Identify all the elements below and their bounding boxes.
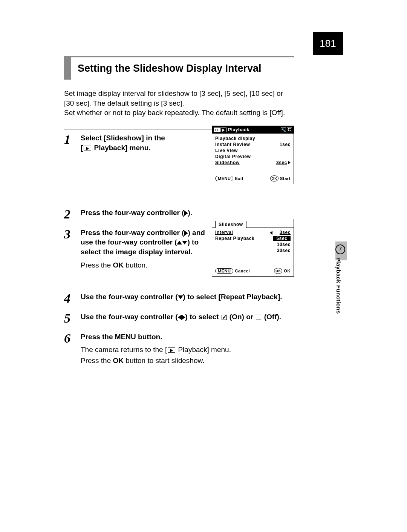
value-highlighted: 5sec xyxy=(273,236,291,241)
left-arrow-icon xyxy=(178,315,182,320)
intro-line-1: Set image display interval for slideshow… xyxy=(64,89,294,108)
label: Interval xyxy=(215,230,269,235)
text: Press the xyxy=(81,261,113,269)
custom-icon: C xyxy=(287,128,292,132)
menu-item-selected: Slideshow3sec xyxy=(215,160,291,166)
screen-footer: MENUExit OKStart xyxy=(212,173,294,184)
camera-icon xyxy=(214,128,220,132)
step-number: 1 xyxy=(64,133,81,201)
right-arrow-icon xyxy=(288,161,291,165)
text: button to start slideshow. xyxy=(124,357,204,364)
intro-line-2: Set whether or not to play back repeated… xyxy=(64,108,294,118)
ok-label: OK xyxy=(113,261,124,269)
text: Playback] menu. xyxy=(176,346,231,354)
step-4-instruction: Use the four-way controller () to select… xyxy=(81,292,294,302)
step-2-instruction: Press the four-way controller (). xyxy=(81,208,294,218)
value: 1sec xyxy=(280,142,291,147)
label: Slideshow xyxy=(215,160,240,165)
footer-left-text: Exit xyxy=(235,176,243,181)
text: [ xyxy=(81,144,83,152)
footer-right-text: OK xyxy=(284,269,291,273)
side-tab: 7 Playback Functions xyxy=(335,244,347,314)
text: ) to select xyxy=(185,313,221,321)
right-arrow-icon xyxy=(182,315,185,320)
submenu-row: Repeat Playback 5sec xyxy=(215,235,291,241)
step-1-instruction: Select [Slideshow] in the [ Playback] me… xyxy=(81,133,201,152)
menu-label: MENU xyxy=(115,333,136,341)
down-arrow-icon xyxy=(178,295,183,299)
text: (Off). xyxy=(262,313,281,321)
step-number: 4 xyxy=(64,292,81,306)
step-6: 6 Press the MENU button. The camera retu… xyxy=(64,328,294,366)
page-content: Setting the Slideshow Display Interval S… xyxy=(64,56,294,366)
text: Use the four-way controller ( xyxy=(81,293,178,301)
screen-title: Playback xyxy=(228,127,249,132)
text: Press the xyxy=(81,333,115,341)
text: Press the four-way controller ( xyxy=(81,209,184,217)
step-number: 5 xyxy=(64,312,81,326)
menu-item: Instant Review1sec xyxy=(215,141,291,148)
text: Press the xyxy=(81,357,113,364)
label: Live View xyxy=(215,148,238,153)
text: ). xyxy=(188,209,193,217)
text: (On) or xyxy=(228,313,256,321)
screen-footer: MENUCancel OKOK xyxy=(212,266,294,276)
ok-label: OK xyxy=(113,357,124,364)
step-5-instruction: Use the four-way controller () to select… xyxy=(81,312,294,322)
menu-item: Digital Preview xyxy=(215,154,291,160)
text: Press the four-way controller ( xyxy=(81,229,184,237)
checkbox-off-icon xyxy=(256,315,261,320)
label: Digital Preview xyxy=(215,154,251,159)
tab-label: Slideshow xyxy=(215,221,246,228)
chapter-title: Playback Functions xyxy=(335,257,342,314)
right-arrow-icon xyxy=(184,211,188,216)
screen-body: Playback display Instant Review1sec Live… xyxy=(212,134,294,173)
step-3-instruction: Press the four-way controller () and use… xyxy=(81,228,205,257)
text: button. xyxy=(136,333,162,341)
screen-body: Interval 3sec Repeat Playback 5sec 10sec… xyxy=(212,228,294,266)
ok-button-label: OK xyxy=(274,268,282,274)
menu-item: Live View xyxy=(215,148,291,154)
screen-tab: Slideshow xyxy=(212,219,294,228)
text: Select [Slideshow] in the xyxy=(81,134,165,142)
step-6-instruction: Press the MENU button. xyxy=(81,332,294,342)
label: Playback display xyxy=(215,136,255,141)
text: button. xyxy=(124,261,147,269)
value: 10sec xyxy=(273,242,291,247)
submenu-row-selected: Interval 3sec xyxy=(215,229,291,235)
right-arrow-icon xyxy=(184,231,188,236)
playback-icon xyxy=(84,146,91,151)
playback-icon xyxy=(168,347,175,353)
step-5: 5 Use the four-way controller () to sele… xyxy=(64,308,294,326)
wrench-icon: 🔧 xyxy=(281,128,286,132)
footer-left-text: Cancel xyxy=(235,269,250,273)
step-number: 3 xyxy=(64,228,81,286)
left-arrow-icon xyxy=(270,231,272,235)
value: 3sec xyxy=(276,160,287,165)
submenu-row: 10sec xyxy=(215,241,291,248)
screen-header: Playback 🔧 C xyxy=(212,126,294,134)
chapter-number: 7 xyxy=(335,244,345,254)
submenu-row: 30sec xyxy=(215,248,291,254)
step-number: 2 xyxy=(64,208,81,221)
section-title: Setting the Slideshow Display Interval xyxy=(64,56,294,80)
text: Use the four-way controller ( xyxy=(81,313,178,321)
intro-text: Set image display interval for slideshow… xyxy=(64,89,294,118)
value: 30sec xyxy=(273,248,291,253)
step-number: 6 xyxy=(64,332,81,366)
label: Repeat Playback xyxy=(215,236,269,241)
page-number: 181 xyxy=(313,32,343,55)
menu-item: Playback display xyxy=(215,135,291,141)
up-arrow-icon xyxy=(177,241,182,244)
text: Playback] menu. xyxy=(92,144,150,152)
step-4: 4 Use the four-way controller () to sele… xyxy=(64,288,294,306)
text: ) to select [Repeat Playback]. xyxy=(183,293,282,301)
playback-tab-icon xyxy=(220,128,226,132)
down-arrow-icon xyxy=(182,241,187,244)
camera-screen-slideshow-submenu: Slideshow Interval 3sec Repeat Playback … xyxy=(212,219,294,277)
checkbox-on-icon xyxy=(222,315,227,320)
menu-button-label: MENU xyxy=(215,176,233,181)
menu-button-label: MENU xyxy=(215,268,233,274)
step-6-note: The camera returns to the [ Playback] me… xyxy=(81,344,294,366)
ok-button-label: OK xyxy=(270,175,278,181)
